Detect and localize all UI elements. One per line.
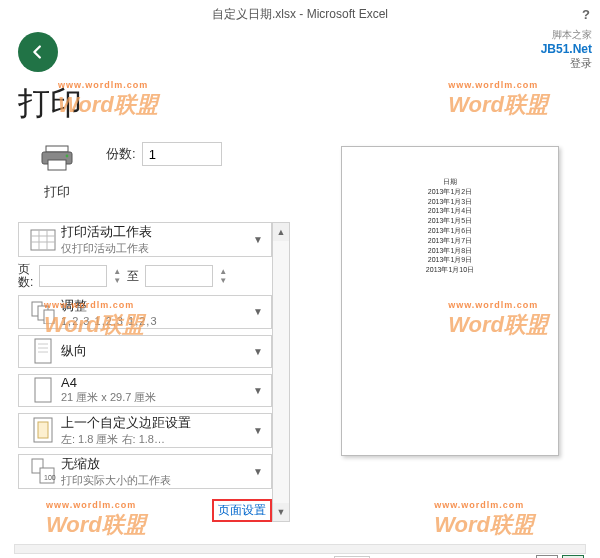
print-what-dropdown[interactable]: 打印活动工作表 仅打印活动工作表 ▼ [18,222,272,257]
svg-rect-0 [46,146,68,152]
margins-title: 上一个自定义边距设置 [61,414,251,432]
svg-point-3 [66,154,69,157]
settings-scrollbar[interactable]: ▲ ▼ [272,222,290,522]
preview-content: 日期2013年1月2日2013年1月3日2013年1月4日2013年1月5日20… [362,177,538,275]
preview-sheet: 日期2013年1月2日2013年1月3日2013年1月4日2013年1月5日20… [341,146,559,456]
collation-title: 调整 [61,297,251,315]
chevron-down-icon: ▼ [251,385,265,396]
page-setup-highlight: 页面设置 [212,499,272,522]
orientation-dropdown[interactable]: 纵向 ▼ [18,335,272,368]
chevron-down-icon: ▲▼ [219,267,227,285]
login-link[interactable]: 登录 [541,56,592,71]
copies-input[interactable] [142,142,222,166]
printer-icon [40,144,74,179]
scroll-track[interactable] [273,241,289,503]
chevron-down-icon: ▼ [251,425,265,436]
help-icon[interactable]: ? [582,7,590,22]
collation-seq: 1,2,3 1,2,3 1,2,3 [61,315,251,327]
page-range-row: 页 数: ▲▼ 至 ▲▼ [18,263,272,289]
scroll-up-icon[interactable]: ▲ [273,223,289,241]
portrait-icon [25,338,61,364]
pages-label-2: 数: [18,276,33,289]
title-bar: 自定义日期.xlsx - Microsoft Excel ? [0,0,600,28]
print-what-sub: 仅打印活动工作表 [61,241,251,256]
chevron-down-icon: ▼ [251,466,265,477]
margins-sub: 左: 1.8 厘米 右: 1.8… [61,432,251,447]
bottom-scrollbar[interactable] [0,544,600,554]
chevron-down-icon: ▲▼ [113,267,121,285]
page-from-input[interactable] [39,265,107,287]
svg-text:100: 100 [44,474,56,481]
collate-icon [25,300,61,324]
watermark-sub: 脚本之家 [541,28,592,42]
arrow-left-icon [27,41,49,63]
print-preview: 日期2013年1月2日2013年1月3日2013年1月4日2013年1月5日20… [310,136,590,546]
paper-sub: 21 厘米 x 29.7 厘米 [61,390,251,405]
print-button[interactable]: 打印 [18,136,96,208]
scaling-sub: 打印实际大小的工作表 [61,473,251,488]
svg-rect-16 [35,378,51,402]
svg-rect-2 [48,160,66,170]
copies-label: 份数: [106,145,136,163]
page-setup-link[interactable]: 页面设置 [218,503,266,517]
window-title: 自定义日期.xlsx - Microsoft Excel [212,6,388,23]
svg-rect-4 [31,230,55,250]
chevron-down-icon: ▼ [251,306,265,317]
collation-dropdown[interactable]: 调整 1,2,3 1,2,3 1,2,3 ▼ [18,295,272,328]
page-title: 打印 [18,82,600,126]
svg-rect-12 [35,339,51,363]
svg-rect-18 [38,422,48,438]
print-button-label: 打印 [44,183,70,201]
scaling-dropdown[interactable]: 100 无缩放 打印实际大小的工作表 ▼ [18,454,272,489]
print-what-title: 打印活动工作表 [61,223,251,241]
page-to-input[interactable] [145,265,213,287]
page-to-label: 至 [127,268,139,285]
margins-icon [25,417,61,443]
scaling-icon: 100 [25,458,61,484]
svg-rect-11 [44,310,54,324]
scroll-down-icon[interactable]: ▼ [273,503,289,521]
paper-icon [25,377,61,403]
paper-title: A4 [61,375,251,390]
margins-dropdown[interactable]: 上一个自定义边距设置 左: 1.8 厘米 右: 1.8… ▼ [18,413,272,448]
chevron-down-icon: ▼ [251,346,265,357]
sheets-icon [25,229,61,251]
watermark-jb: JB51.Net [541,42,592,56]
site-watermark: 脚本之家 JB51.Net 登录 [541,28,592,71]
scaling-title: 无缩放 [61,455,251,473]
chevron-down-icon: ▼ [251,234,265,245]
back-button[interactable] [18,32,58,72]
paper-dropdown[interactable]: A4 21 厘米 x 29.7 厘米 ▼ [18,374,272,407]
orientation-title: 纵向 [61,342,251,360]
